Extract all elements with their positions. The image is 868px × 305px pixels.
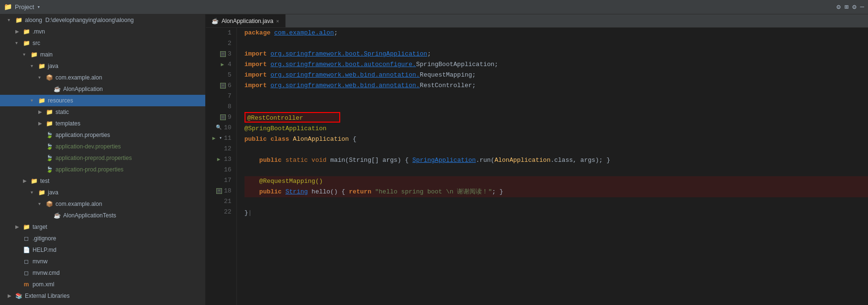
props-icon: 🍃 <box>45 142 54 151</box>
toolbar: 📁 Project ▾ ⚙ ⊞ ⚙ — <box>0 0 868 14</box>
project-dropdown-icon[interactable]: ▾ <box>37 4 40 10</box>
code-text: @RestController <box>247 113 303 124</box>
project-label: Project <box>15 3 34 11</box>
code-line-11: public class AlonApplication { <box>245 134 868 145</box>
folder-icon: 📁 <box>45 108 54 116</box>
sidebar-label: aloong D:\develophangying\aloong\aloong <box>25 15 134 25</box>
sidebar-label: main <box>40 50 53 59</box>
sidebar-label: java <box>48 188 58 197</box>
line-num-8: 8 <box>211 102 232 112</box>
line-num-21: 21 <box>211 196 232 207</box>
line-num-4: ▶ 4 <box>211 59 232 70</box>
line-numbers: 1 2 − 3 ▶ 4 5 − 6 7 8 − 9 <box>206 28 237 305</box>
sidebar-item-main[interactable]: ▾ 📁 main <box>0 49 205 60</box>
folder-icon: 📁 <box>22 223 31 231</box>
code-text: import org.springframework.boot.autoconf… <box>245 59 499 70</box>
sidebar-label: HELP.md <box>33 245 56 255</box>
fold-icon-6[interactable]: − <box>220 83 226 89</box>
sidebar-item-app-prod-props[interactable]: 🍃 application-prod.properties <box>0 164 205 175</box>
sidebar-item-src[interactable]: ▾ 📁 src <box>0 37 205 49</box>
line-num-17: 17 <box>211 175 232 186</box>
sidebar-label: .mvn <box>33 27 45 36</box>
sidebar-label: AlonApplication <box>63 84 103 94</box>
sidebar-item-helpmd[interactable]: 📄 HELP.md <box>0 244 205 256</box>
line-num-1: 1 <box>211 28 232 38</box>
lib-icon: 📚 <box>14 292 23 300</box>
editor-tabs: ☕ AlonApplication.java × <box>206 14 868 28</box>
sidebar-item-java-test[interactable]: ▾ 📁 java <box>0 187 205 198</box>
code-text: import org.springframework.web.bind.anno… <box>245 70 476 80</box>
sidebar-item-mvn[interactable]: ▶ 📁 .mvn <box>0 26 205 37</box>
sidebar-label: com.example.alon <box>56 199 102 209</box>
sidebar-label: templates <box>56 119 80 128</box>
sidebar-item-external-libs[interactable]: ▶ 📚 External Libraries <box>0 290 205 302</box>
code-editor[interactable]: 1 2 − 3 ▶ 4 5 − 6 7 8 − 9 <box>206 28 868 305</box>
line-num-12: 12 <box>211 144 232 154</box>
package-icon: 📦 <box>45 73 54 82</box>
sidebar-item-test[interactable]: ▶ 📁 test <box>0 175 205 187</box>
folder-icon: 📁 <box>45 119 54 128</box>
code-text: @SpringBootApplication <box>245 124 327 134</box>
xml-icon: m <box>22 280 31 289</box>
sidebar-item-mvnw[interactable]: ◻ mvnw <box>0 256 205 267</box>
tab-alon-application[interactable]: ☕ AlonApplication.java × <box>206 14 286 27</box>
fold-icon-3[interactable]: − <box>220 51 226 57</box>
sidebar-label: static <box>56 107 69 117</box>
props-icon: 🍃 <box>45 165 54 174</box>
sidebar-item-gitignore[interactable]: ◻ .gitignore <box>0 233 205 244</box>
code-line-2 <box>245 38 868 49</box>
line-num-7: 7 <box>211 91 232 102</box>
sidebar-label: application-prod.properties <box>56 165 123 174</box>
sidebar-label: application.properties <box>56 130 110 140</box>
folder-icon: 📁 <box>37 96 46 105</box>
sidebar-item-java-main[interactable]: ▾ 📁 java <box>0 60 205 72</box>
gear-icon[interactable]: ⚙ <box>852 3 856 11</box>
mvnw-icon: ◻ <box>22 257 31 266</box>
sidebar-label: java <box>48 61 58 71</box>
code-text: public String hello() { return ″hello sp… <box>245 187 503 197</box>
sidebar-item-templates[interactable]: ▶ 📁 templates <box>0 118 205 129</box>
minimize-icon[interactable]: — <box>860 3 864 11</box>
toolbar-icons: ⚙ ⊞ ⚙ — <box>836 3 864 11</box>
line-num-22: 22 <box>211 207 232 217</box>
sidebar-item-aloong[interactable]: ▾ 📁 aloong D:\develophangying\aloong\alo… <box>0 14 205 26</box>
layout-icon[interactable]: ⊞ <box>845 3 848 11</box>
sidebar-label: resources <box>48 96 73 105</box>
code-line-8 <box>245 102 868 112</box>
sidebar-label: test <box>40 176 49 186</box>
line-num-10: 🔍 10 <box>211 123 232 133</box>
sidebar-item-target[interactable]: ▶ 📁 target <box>0 221 205 233</box>
search-icon-10: 🔍 <box>215 124 222 131</box>
fold-icon-18[interactable]: + <box>216 188 222 194</box>
gitignore-icon: ◻ <box>22 234 31 243</box>
code-line-18: public String hello() { return ″hello sp… <box>245 187 868 197</box>
sidebar-item-mvnw-cmd[interactable]: ◻ mvnw.cmd <box>0 267 205 279</box>
settings-icon[interactable]: ⚙ <box>836 3 840 11</box>
sidebar-item-pom-xml[interactable]: m pom.xml <box>0 279 205 290</box>
sidebar-label: AlonApplicationTests <box>63 211 116 220</box>
line-num-5: 5 <box>211 70 232 80</box>
mvnw-cmd-icon: ◻ <box>22 269 31 277</box>
code-line-12 <box>245 145 868 155</box>
code-text: import org.springframework.web.bind.anno… <box>245 80 476 91</box>
code-line-5: import org.springframework.web.bind.anno… <box>245 70 868 80</box>
sidebar-item-com-example-test[interactable]: ▾ 📦 com.example.alon <box>0 198 205 210</box>
folder-icon: 📁 <box>30 177 38 185</box>
sidebar-item-static[interactable]: ▶ 📁 static <box>0 106 205 118</box>
sidebar-item-alon-app[interactable]: ☕ AlonApplication <box>0 83 205 95</box>
sidebar-item-app-dev-props[interactable]: 🍃 application-dev.properties <box>0 141 205 152</box>
sidebar-item-alon-tests[interactable]: ☕ AlonApplicationTests <box>0 210 205 221</box>
run-icon-11[interactable]: ▶ <box>211 135 217 142</box>
tab-close-btn[interactable]: × <box>276 18 279 24</box>
sidebar: ▾ 📁 aloong D:\develophangying\aloong\alo… <box>0 14 206 305</box>
line-num-16: 16 <box>211 165 232 175</box>
code-content[interactable]: package com.example.alon; import org.spr… <box>237 28 868 305</box>
folder-icon: 📁 <box>22 27 31 36</box>
sidebar-item-com-example[interactable]: ▾ 📦 com.example.alon <box>0 72 205 83</box>
sidebar-label: src <box>33 38 40 48</box>
sidebar-item-app-preprod-props[interactable]: 🍃 application-preprod.properties <box>0 152 205 164</box>
fold-icon-9[interactable]: − <box>220 114 226 120</box>
code-line-6: import org.springframework.web.bind.anno… <box>245 80 868 91</box>
sidebar-item-resources[interactable]: ▾ 📁 resources <box>0 95 205 106</box>
sidebar-item-app-props[interactable]: 🍃 application.properties <box>0 129 205 141</box>
